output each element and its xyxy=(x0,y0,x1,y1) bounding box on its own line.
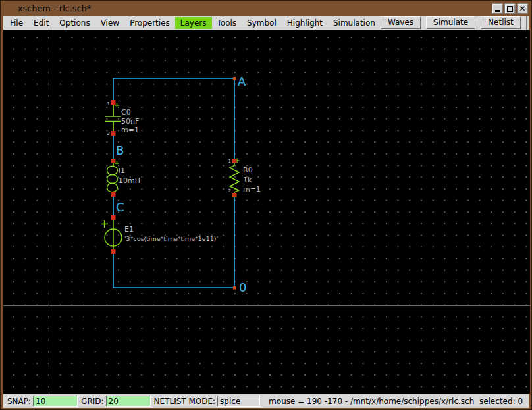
capacitor-c0[interactable]: 1 2 C0 50nF m=1 xyxy=(105,100,139,136)
source-ref: E1 xyxy=(124,225,134,234)
inductor-ref: l1 xyxy=(119,167,125,175)
capacitor-symbol xyxy=(105,105,121,131)
xschem-window: xschem - rlc.sch* ✕ File Edit Options Vi… xyxy=(0,0,532,410)
net-label-c[interactable]: C xyxy=(116,200,124,214)
capacitor-pin-1 xyxy=(111,100,116,105)
resistor-symbol xyxy=(230,163,239,193)
inductor-value: 10mH xyxy=(119,176,140,185)
resistor-value: 1k xyxy=(243,176,252,184)
inductor-l1[interactable]: l1 10mH xyxy=(107,159,140,197)
net-label-gnd[interactable]: 0 xyxy=(239,280,246,294)
menu-properties[interactable]: Properties xyxy=(124,17,175,29)
source-pin-1 xyxy=(111,215,116,220)
menu-tools[interactable]: Tools xyxy=(212,17,242,29)
inductor-coil-3 xyxy=(107,183,118,192)
menu-simulation[interactable]: Simulation xyxy=(328,17,381,29)
wire-end-mark-top xyxy=(233,77,236,80)
netlist-mode-input[interactable] xyxy=(217,396,260,407)
source-pin-2 xyxy=(111,249,116,254)
resistor-mult: m=1 xyxy=(243,185,261,193)
capacitor-ref: C0 xyxy=(121,108,131,116)
menu-options[interactable]: Options xyxy=(54,17,95,29)
inductor-pin-2 xyxy=(111,192,116,197)
resistor-r0[interactable]: 1 2 R0 1k m=1 xyxy=(228,159,261,198)
resistor-pin2-number: 2 xyxy=(228,188,231,193)
menu-layers[interactable]: Layers xyxy=(175,17,212,29)
capacitor-pin1-number: 1 xyxy=(107,101,110,107)
help-separator: Help xyxy=(526,16,532,30)
minimize-icon xyxy=(495,10,500,12)
schematic-canvas[interactable]: 1 2 C0 50nF m=1 l1 10mH xyxy=(3,30,530,394)
wire-end-mark-bottom xyxy=(233,286,236,290)
maximize-icon xyxy=(507,6,513,12)
menu-symbol[interactable]: Symbol xyxy=(242,17,282,29)
voltage-source-e1[interactable]: E1 '3*cos(time*time*time*1e11)' xyxy=(101,215,218,254)
capacitor-value: 50nF xyxy=(121,117,139,126)
menu-view[interactable]: View xyxy=(95,17,124,29)
net-label-b[interactable]: B xyxy=(116,143,124,157)
source-plus-icon xyxy=(101,220,108,228)
close-button[interactable]: ✕ xyxy=(517,3,528,14)
menu-highlight[interactable]: Highlight xyxy=(282,17,328,29)
menubar: File Edit Options View Properties Layers… xyxy=(3,16,529,30)
resistor-ref: R0 xyxy=(243,166,253,174)
grid-input[interactable] xyxy=(106,396,151,407)
capacitor-pin2-number: 2 xyxy=(107,131,110,136)
waves-button[interactable]: Waves xyxy=(381,16,421,29)
resistor-pin-1 xyxy=(232,159,237,163)
maximize-button[interactable] xyxy=(504,3,516,14)
netlist-mode-label: NETLIST MODE: xyxy=(154,397,216,406)
menu-file[interactable]: File xyxy=(5,17,28,29)
resistor-pin-2 xyxy=(232,193,237,197)
close-icon: ✕ xyxy=(519,4,525,13)
menubar-actions: Waves Simulate Netlist Help xyxy=(381,16,532,30)
source-value: '3*cos(time*time*time*1e11)' xyxy=(124,235,218,242)
titlebar[interactable]: xschem - rlc.sch* ✕ xyxy=(3,1,529,16)
grid-label: GRID: xyxy=(81,397,103,406)
inductor-coil-2 xyxy=(107,174,118,184)
inductor-coil-1 xyxy=(107,166,118,175)
snap-input[interactable] xyxy=(33,396,78,407)
window-title: xschem - rlc.sch* xyxy=(18,3,91,13)
netlist-button[interactable]: Netlist xyxy=(481,16,521,29)
snap-label: SNAP: xyxy=(7,397,31,406)
capacitor-mult: m=1 xyxy=(121,126,139,134)
simulate-button[interactable]: Simulate xyxy=(426,16,475,29)
net-label-a[interactable]: A xyxy=(238,74,246,88)
capacitor-pin-2 xyxy=(111,131,116,136)
minimize-button[interactable] xyxy=(492,3,503,14)
menu-edit[interactable]: Edit xyxy=(28,17,54,29)
resistor-pin1-number: 1 xyxy=(228,159,231,164)
mouse-status-text: mouse = 190 -170 - /mnt/x/home/schippes/… xyxy=(269,397,523,406)
inductor-pin-1 xyxy=(111,159,116,163)
window-controls: ✕ xyxy=(492,3,528,14)
rlc-schematic: 1 2 C0 50nF m=1 l1 10mH xyxy=(3,30,530,394)
statusbar: SNAP: GRID: NETLIST MODE: mouse = 190 -1… xyxy=(3,394,529,408)
